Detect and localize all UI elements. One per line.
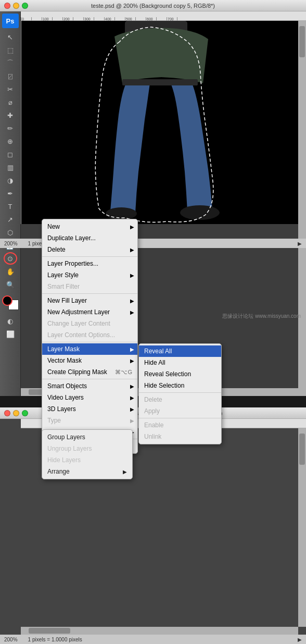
tool-zoom[interactable]: 🔍 (4, 278, 17, 291)
menu-delete[interactable]: Delete ▶ (42, 244, 137, 255)
menu-arrange[interactable]: Arrange ▶ (42, 466, 132, 477)
tool-brush[interactable]: ✏ (4, 122, 17, 134)
svg-point-2 (106, 207, 137, 220)
separator (139, 418, 221, 418)
close-button-2[interactable] (4, 410, 10, 416)
submenu-hide-selection[interactable]: Hide Selection (139, 380, 221, 391)
minimize-button-2[interactable] (13, 410, 19, 416)
submenu-delete: Delete (139, 394, 221, 405)
arrow-icon: ▶ (130, 273, 134, 278)
menu-3d-layers[interactable]: 3D Layers ▶ (42, 403, 137, 415)
status-bar-bottom: 200% 1 pixels = 1.0000 pixels ▶ (0, 635, 306, 644)
submenu-reveal-all[interactable]: Reveal All (139, 345, 221, 357)
menu-layer-mask[interactable]: Layer Mask ▶ Reveal All Hide All Reveal … (42, 343, 137, 355)
ps-logo: Ps (2, 14, 19, 28)
menu-create-clipping-mask[interactable]: Create Clipping Mask ⌘⌥G (42, 366, 137, 378)
arrow-icon: ▶ (130, 247, 134, 253)
tool-marquee[interactable]: ⬚ (4, 44, 17, 56)
tool-eyedropper2[interactable]: ⊙ (4, 252, 17, 265)
tool-eyedropper[interactable]: ⌀ (4, 96, 17, 108)
watermark: 思缘设计论坛 www.missyuan.com (222, 313, 301, 320)
tool-quick-mask[interactable]: ◐ (4, 315, 17, 327)
arrow-icon: ▶ (130, 298, 134, 304)
ruler-horizontal: 0 100 200 300 400 500 600 700 (21, 11, 306, 21)
tool-healing[interactable]: ✚ (4, 109, 17, 121)
menu-layer-style[interactable]: Layer Style ▶ (42, 269, 137, 281)
group-layers-menu: Group Layers Ungroup Layers Hide Layers … (42, 429, 133, 479)
arrow-icon: ▶ (130, 224, 134, 230)
separator (42, 293, 137, 294)
menu-hide-layers: Hide Layers (42, 454, 132, 466)
arrow-icon: ▶ (130, 383, 134, 389)
tool-eraser[interactable]: ◻ (4, 148, 17, 160)
separator (42, 342, 137, 342)
scrollbar-vertical-bottom[interactable] (298, 428, 306, 627)
scrollbar-thumb-bottom[interactable] (29, 628, 70, 634)
menu-duplicate-layer[interactable]: Duplicate Layer... (42, 232, 137, 244)
arrow-icon: ▶ (130, 358, 134, 364)
menu-smart-filter: Smart Filter (42, 281, 137, 292)
maximize-button-2[interactable] (22, 410, 28, 416)
tool-type[interactable]: T (4, 200, 17, 213)
menu-type: Type ▶ (42, 415, 137, 426)
tool-pen[interactable]: ✒ (4, 187, 17, 200)
canvas-top (21, 21, 306, 224)
tool-move[interactable]: ↖ (4, 31, 17, 43)
status-info-2: 1 pixels = 1.0000 pixels (28, 637, 82, 642)
arrow-icon: ▶ (130, 395, 134, 401)
menu-new[interactable]: New ▶ (42, 221, 137, 232)
submenu-enable: Enable (139, 419, 221, 431)
layer-mask-submenu: Reveal All Hide All Reveal Selection Hid… (138, 343, 222, 444)
canvas-svg (21, 21, 306, 224)
arrow-icon: ▶ (130, 346, 134, 352)
tool-dodge[interactable]: ◑ (4, 174, 17, 187)
tool-clone[interactable]: ⊕ (4, 135, 17, 147)
scrollbar-v-thumb[interactable] (299, 26, 305, 57)
color-swatches[interactable] (2, 295, 19, 310)
scrollbar-horizontal-bottom[interactable] (21, 627, 298, 635)
arrow-icon: ▶ (130, 309, 134, 315)
window-controls-2 (4, 410, 28, 416)
arrow-icon: ▶ (130, 418, 134, 424)
toolbar: Ps ↖ ⬚ ⌒ ⍁ ✂ ⌀ ✚ ✏ ⊕ ◻ ▥ ◑ ✒ T ↗ ⬡ 📝 ⊙ ✋… (0, 11, 21, 396)
menu-video-layers[interactable]: Video Layers ▶ (42, 392, 137, 403)
tool-lasso[interactable]: ⌒ (4, 57, 17, 69)
menu-new-fill-layer[interactable]: New Fill Layer ▶ (42, 295, 137, 306)
scrollbar-v-thumb-bottom[interactable] (299, 434, 305, 465)
tool-screen-mode[interactable]: ⬜ (4, 328, 17, 340)
separator (42, 379, 137, 379)
menu-change-layer-content: Change Layer Content (42, 318, 137, 329)
scrollbar-vertical-top[interactable] (298, 21, 306, 388)
svg-rect-4 (122, 79, 198, 85)
tool-gradient[interactable]: ▥ (4, 161, 17, 174)
tool-shape[interactable]: ⬡ (4, 226, 17, 239)
menu-smart-objects[interactable]: Smart Objects ▶ (42, 380, 137, 392)
menu-layer-content-options: Layer Content Options... (42, 329, 137, 341)
tool-hand[interactable]: ✋ (4, 265, 17, 278)
menu-new-adjustment-layer[interactable]: New Adjustment Layer ▶ (42, 306, 137, 318)
arrow-icon: ▶ (123, 469, 127, 475)
tool-crop[interactable]: ✂ (4, 83, 17, 95)
menu-ungroup-layers: Ungroup Layers (42, 443, 132, 454)
menu-vector-mask[interactable]: Vector Mask ▶ (42, 355, 137, 366)
foreground-color-swatch[interactable] (2, 295, 12, 306)
menu-layer-properties[interactable]: Layer Properties... (42, 258, 137, 269)
minimize-button[interactable] (13, 3, 19, 9)
submenu-hide-all[interactable]: Hide All (139, 357, 221, 368)
arrow-icon: ▶ (130, 406, 134, 412)
menu-group-layers[interactable]: Group Layers (42, 431, 132, 443)
submenu-reveal-selection[interactable]: Reveal Selection (139, 368, 221, 380)
zoom-level-2: 200% (4, 637, 18, 642)
separator (139, 392, 221, 393)
title-bar-top: teste.psd @ 200% (Background copy 5, RGB… (0, 0, 306, 11)
close-button[interactable] (4, 3, 10, 9)
window-title: teste.psd @ 200% (Background copy 5, RGB… (91, 3, 215, 9)
ruler-vertical (21, 21, 21, 224)
maximize-button[interactable] (22, 3, 28, 9)
separator (42, 256, 137, 257)
context-menu: New ▶ Duplicate Layer... Delete ▶ Layer … (42, 219, 138, 454)
tool-path-select[interactable]: ↗ (4, 213, 17, 226)
tool-magic-wand[interactable]: ⍁ (4, 70, 17, 82)
window-controls (4, 3, 28, 9)
zoom-level: 200% (4, 241, 18, 246)
